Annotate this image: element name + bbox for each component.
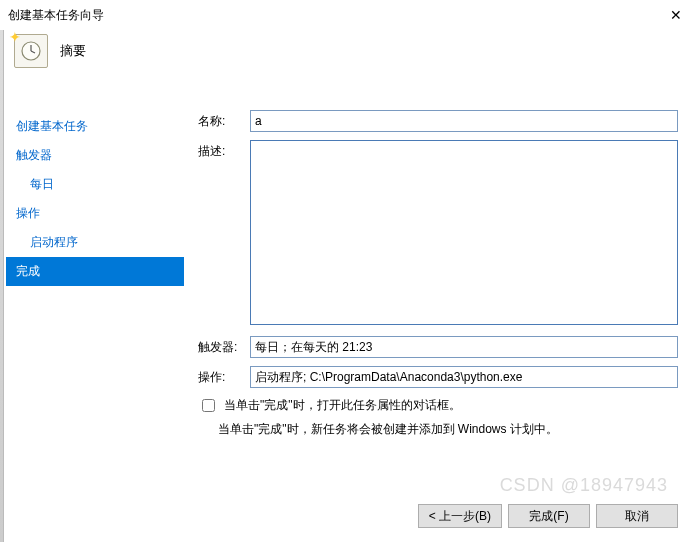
star-badge-icon: ✦ xyxy=(9,29,21,45)
window-title: 创建基本任务向导 xyxy=(8,7,104,24)
action-label: 操作: xyxy=(198,366,250,386)
close-icon[interactable]: ✕ xyxy=(662,3,690,27)
sidebar-item-daily[interactable]: 每日 xyxy=(6,170,184,199)
name-input[interactable] xyxy=(250,110,678,132)
wizard-sidebar: 创建基本任务 触发器 每日 操作 启动程序 完成 xyxy=(6,82,184,438)
sidebar-item-finish[interactable]: 完成 xyxy=(6,257,184,286)
sidebar-item-start-program[interactable]: 启动程序 xyxy=(6,228,184,257)
window-edge xyxy=(0,30,4,542)
sidebar-item-create[interactable]: 创建基本任务 xyxy=(6,112,184,141)
back-button[interactable]: < 上一步(B) xyxy=(418,504,502,528)
trigger-input[interactable] xyxy=(250,336,678,358)
desc-textarea[interactable] xyxy=(250,140,678,325)
cancel-button[interactable]: 取消 xyxy=(596,504,678,528)
watermark: CSDN @18947943 xyxy=(500,475,668,496)
action-input[interactable] xyxy=(250,366,678,388)
wizard-header: ✦ 摘要 xyxy=(0,30,698,82)
finish-button[interactable]: 完成(F) xyxy=(508,504,590,528)
open-properties-checkbox[interactable] xyxy=(202,399,215,412)
clock-icon: ✦ xyxy=(14,34,48,68)
sidebar-item-action[interactable]: 操作 xyxy=(6,199,184,228)
main-panel: 名称: 描述: 触发器: 操作: 当单击"完成"时，打开此任务属性的对话框。 当… xyxy=(184,82,698,438)
info-text: 当单击"完成"时，新任务将会被创建并添加到 Windows 计划中。 xyxy=(218,421,678,438)
wizard-footer: < 上一步(B) 完成(F) 取消 xyxy=(418,504,678,528)
checkbox-label: 当单击"完成"时，打开此任务属性的对话框。 xyxy=(224,397,461,414)
trigger-label: 触发器: xyxy=(198,336,250,356)
desc-label: 描述: xyxy=(198,140,250,160)
sidebar-item-trigger[interactable]: 触发器 xyxy=(6,141,184,170)
page-title: 摘要 xyxy=(60,42,86,60)
name-label: 名称: xyxy=(198,110,250,130)
